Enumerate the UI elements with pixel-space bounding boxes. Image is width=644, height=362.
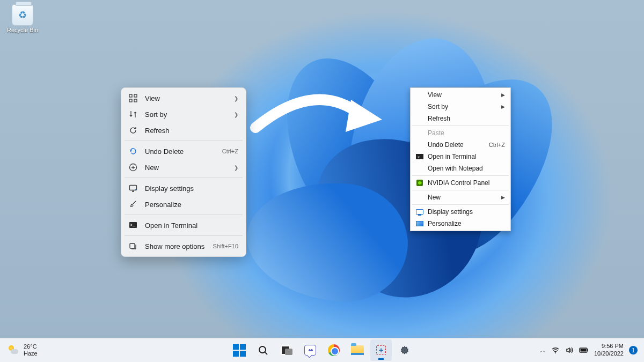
wifi-icon[interactable]: [551, 346, 560, 354]
ctx-open-terminal[interactable]: Open in Terminal: [123, 217, 244, 233]
separator: [412, 204, 509, 205]
ctx-sort-by[interactable]: Sort by ❯: [123, 106, 244, 122]
ctx-label: Show more options: [145, 242, 209, 250]
chevron-right-icon: ❯: [234, 112, 238, 117]
windows-logo-icon: [233, 344, 246, 357]
ctx-new[interactable]: New ❯: [123, 159, 244, 175]
ctxc-label: Personalize: [428, 220, 505, 227]
separator: [412, 190, 509, 190]
ctxc-open-terminal[interactable]: >_Open in Terminal: [412, 151, 509, 162]
ctxc-label: Undo Delete: [428, 141, 485, 149]
ctxc-nvidia-control-panel[interactable]: NVIDIA Control Panel: [412, 177, 509, 189]
chevron-right-icon: ▶: [501, 92, 505, 98]
svg-point-10: [555, 352, 556, 353]
recycle-bin-label: Recycle Bin: [5, 27, 40, 33]
snipping-tool-icon: [375, 344, 387, 356]
svg-rect-0: [129, 94, 132, 97]
task-view-button[interactable]: [276, 339, 297, 361]
svg-rect-1: [134, 94, 137, 97]
refresh-icon: [128, 125, 138, 136]
separator: [125, 141, 243, 141]
blank-icon: [415, 164, 425, 173]
blank-icon: [415, 114, 425, 123]
svg-point-6: [135, 189, 136, 190]
ctx-view[interactable]: View ❯: [123, 90, 244, 106]
task-view-icon: [281, 345, 292, 355]
svg-rect-3: [134, 99, 137, 102]
ctx-undo-delete[interactable]: Undo Delete Ctrl+Z: [123, 143, 244, 159]
separator: [125, 235, 243, 236]
ctxc-label: View: [428, 91, 498, 99]
notification-count: 1: [632, 348, 635, 353]
volume-icon[interactable]: [565, 346, 574, 354]
start-button[interactable]: [229, 339, 250, 361]
ctxc-display-settings[interactable]: Display settings: [412, 206, 509, 218]
search-button[interactable]: [252, 339, 274, 361]
snipping-tool-button[interactable]: [370, 339, 392, 361]
ctxc-label: Open in Terminal: [428, 153, 505, 160]
weather-condition: Haze: [24, 350, 38, 357]
search-icon: [258, 345, 268, 356]
tray-overflow-button[interactable]: ︿: [540, 346, 546, 354]
ctxc-view[interactable]: View▶: [412, 89, 509, 101]
separator: [125, 178, 243, 178]
context-menu-classic: View▶ Sort by▶ Refresh Paste Undo Delete…: [410, 87, 511, 231]
grid-icon: [128, 93, 138, 104]
svg-rect-8: [130, 243, 135, 248]
ctx-label: Refresh: [145, 127, 238, 135]
ctx-label: Personalize: [145, 201, 238, 209]
recycle-bin-icon[interactable]: Recycle Bin: [5, 4, 40, 33]
taskbar-clock[interactable]: 9:56 PM 10/20/2022: [594, 343, 624, 358]
ctxc-label: Refresh: [428, 115, 505, 122]
nvidia-icon: [415, 179, 425, 187]
battery-icon[interactable]: [579, 347, 589, 353]
svg-point-9: [259, 346, 266, 353]
ctxc-open-notepad[interactable]: Open with Notepad: [412, 162, 509, 174]
ctx-display-settings[interactable]: Display settings: [123, 180, 244, 196]
taskbar-center: [229, 339, 415, 361]
chrome-button[interactable]: [323, 339, 345, 361]
terminal-icon: [128, 220, 138, 231]
ctxc-sort-by[interactable]: Sort by▶: [412, 101, 509, 113]
chat-button[interactable]: [299, 339, 321, 361]
undo-icon: [128, 146, 138, 157]
ctx-refresh[interactable]: Refresh: [123, 122, 244, 138]
blank-icon: [415, 129, 425, 137]
wallpaper-bloom: [225, 21, 569, 343]
ctxc-paste: Paste: [412, 127, 509, 139]
ctxc-label: Sort by: [428, 103, 498, 110]
ctxc-label: Display settings: [428, 208, 505, 216]
ctx-label: Open in Terminal: [145, 221, 238, 230]
ctxc-refresh[interactable]: Refresh: [412, 113, 509, 124]
taskbar-weather-widget[interactable]: 26°C Haze: [0, 343, 38, 357]
ctxc-personalize[interactable]: Personalize: [412, 218, 509, 230]
chevron-right-icon: ❯: [234, 165, 238, 171]
ctx-personalize[interactable]: Personalize: [123, 196, 244, 212]
ctxc-label: Open with Notepad: [428, 165, 505, 172]
ctx-label: Sort by: [145, 110, 230, 119]
plus-circle-icon: [128, 162, 138, 173]
svg-rect-12: [580, 349, 586, 352]
monitor-icon: [415, 208, 425, 216]
svg-rect-2: [129, 99, 132, 102]
ctxc-label: New: [428, 194, 498, 201]
ctx-accel: Ctrl+Z: [222, 148, 238, 154]
ctxc-new[interactable]: New▶: [412, 191, 509, 203]
chrome-icon: [328, 344, 340, 356]
gear-icon: [399, 344, 411, 356]
ctx-show-more-options[interactable]: Show more options Shift+F10: [123, 238, 244, 254]
ctx-label: Display settings: [145, 184, 238, 193]
ctxc-undo-delete[interactable]: Undo DeleteCtrl+Z: [412, 139, 509, 151]
chevron-right-icon: ▶: [501, 104, 505, 109]
taskbar-tray: ︿ 9:56 PM 10/20/2022 1: [540, 343, 644, 358]
desktop-wallpaper[interactable]: [0, 0, 644, 362]
ctx-label: Undo Delete: [145, 147, 218, 156]
settings-button[interactable]: [394, 339, 415, 361]
blank-icon: [415, 193, 425, 202]
blank-icon: [415, 91, 425, 99]
ctx-label: View: [145, 94, 230, 102]
separator: [412, 125, 509, 126]
file-explorer-button[interactable]: [347, 339, 368, 361]
notification-badge[interactable]: 1: [629, 346, 638, 354]
chat-icon: [304, 345, 316, 356]
